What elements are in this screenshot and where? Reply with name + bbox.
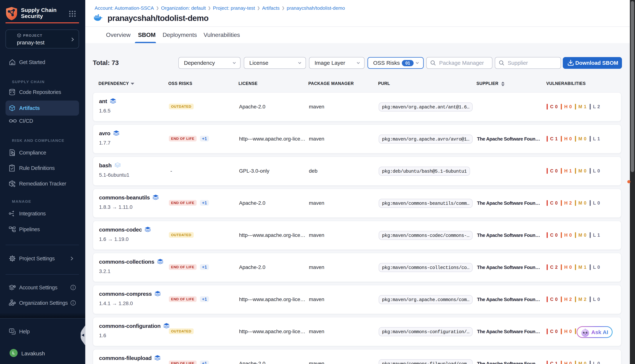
svg-text:?: ? — [11, 329, 13, 333]
